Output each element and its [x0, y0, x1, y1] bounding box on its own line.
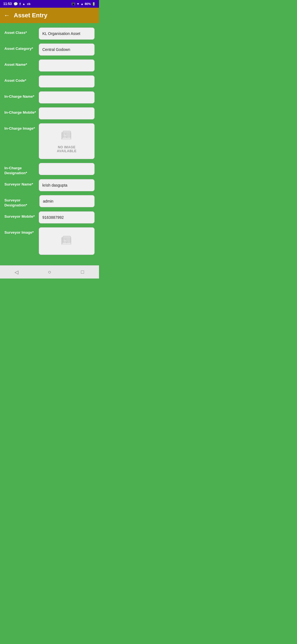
asset-class-row: Asset Class*: [4, 28, 95, 40]
incharge-name-label: In-Charge Name*: [4, 91, 36, 99]
incharge-designation-row: In-ChargeDesignation*: [4, 163, 95, 175]
battery-text: 80%: [85, 2, 91, 6]
asset-code-input[interactable]: [39, 75, 95, 88]
surveyor-designation-row: Surveyor Designation*: [4, 195, 95, 208]
nav-bar: ◁ ○ □: [0, 265, 99, 279]
svg-point-11: [65, 238, 67, 240]
status-left: 11:53 💬 f ▲ cb: [3, 2, 31, 6]
incharge-mobile-input[interactable]: [39, 107, 95, 119]
status-time: 11:53: [3, 2, 12, 6]
incharge-designation-input[interactable]: [39, 163, 95, 175]
incharge-name-input[interactable]: [39, 91, 95, 103]
nav-back-icon: ◁: [15, 269, 18, 275]
status-right: 📳 ▼ ▲ 80% 🔋: [72, 2, 96, 6]
asset-category-row: Asset Category*: [4, 43, 95, 56]
no-image-icon: [60, 129, 73, 143]
app-bar: ← Asset Entry: [0, 8, 99, 23]
surveyor-image-picker[interactable]: [39, 227, 95, 255]
surveyor-designation-label: Surveyor Designation*: [4, 195, 37, 208]
surveyor-mobile-label: Surveyor Mobile*: [4, 211, 36, 219]
incharge-image-row: In-Charge Image* NO IMAGEAVAILABLE: [4, 123, 95, 159]
nav-home-button[interactable]: ○: [45, 267, 54, 277]
incharge-name-row: In-Charge Name*: [4, 91, 95, 103]
asset-code-row: Asset Code*: [4, 75, 95, 88]
surveyor-mobile-input[interactable]: [39, 211, 95, 223]
surveyor-designation-input[interactable]: [39, 195, 95, 207]
asset-class-label: Asset Class*: [4, 28, 36, 35]
incharge-image-label: In-Charge Image*: [4, 123, 36, 131]
no-image-text: NO IMAGEAVAILABLE: [57, 145, 76, 153]
back-button[interactable]: ←: [4, 12, 10, 19]
surveyor-no-image-icon: [60, 234, 73, 248]
asset-category-input[interactable]: [39, 43, 95, 56]
battery-icon: 🔋: [92, 2, 96, 6]
svg-point-5: [65, 133, 67, 135]
surveyor-name-row: Surveyor Name*: [4, 179, 95, 191]
incharge-designation-label: In-ChargeDesignation*: [4, 163, 36, 175]
svg-rect-3: [63, 131, 71, 137]
page-title: Asset Entry: [14, 12, 47, 19]
asset-code-label: Asset Code*: [4, 75, 36, 83]
nav-home-icon: ○: [48, 269, 51, 275]
asset-class-input[interactable]: [39, 28, 95, 40]
vibrate-icon: 📳: [72, 2, 75, 6]
surveyor-image-row: Surveyor Image*: [4, 227, 95, 255]
nav-back-button[interactable]: ◁: [12, 267, 21, 277]
nav-recent-button[interactable]: □: [78, 267, 87, 277]
nav-recent-icon: □: [81, 269, 84, 275]
asset-name-label: Asset Name*: [4, 59, 36, 67]
svg-rect-9: [63, 236, 71, 242]
status-bar: 11:53 💬 f ▲ cb 📳 ▼ ▲ 80% 🔋: [0, 0, 99, 8]
surveyor-name-label: Surveyor Name*: [4, 179, 36, 187]
surveyor-name-input[interactable]: [39, 179, 95, 191]
wifi-icon: ▼: [76, 2, 79, 6]
surveyor-image-label: Surveyor Image*: [4, 227, 36, 235]
asset-name-row: Asset Name*: [4, 59, 95, 72]
incharge-mobile-label: In-Charge Mobile*: [4, 107, 36, 115]
cb-icon: cb: [27, 2, 31, 6]
asset-name-input[interactable]: [39, 59, 95, 72]
form-container: Asset Class* Asset Category* Asset Name*…: [0, 23, 99, 265]
facebook-icon: f: [20, 2, 21, 6]
signal-icon: ▲: [81, 2, 84, 6]
incharge-mobile-row: In-Charge Mobile*: [4, 107, 95, 119]
incharge-image-picker[interactable]: NO IMAGEAVAILABLE: [39, 123, 95, 159]
maps-icon: ▲: [22, 2, 25, 6]
surveyor-mobile-row: Surveyor Mobile*: [4, 211, 95, 223]
messenger-icon: 💬: [13, 2, 18, 6]
asset-category-label: Asset Category*: [4, 43, 36, 51]
